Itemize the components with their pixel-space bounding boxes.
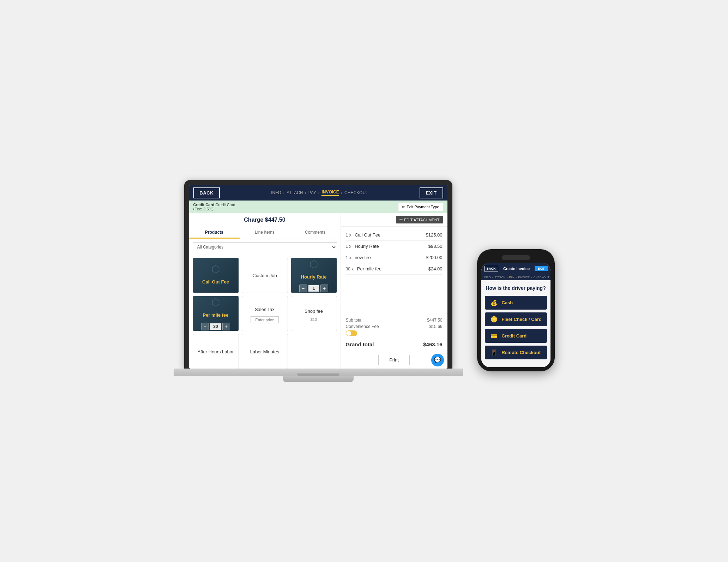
phone-question: How is the driver paying? [485, 285, 547, 291]
fleet-check-label: Fleet Check / Card [502, 317, 542, 322]
product-label: Hourly Rate [298, 271, 330, 282]
phone-screen: BACK Create Invoice EXIT INFO › ATTACH ›… [481, 263, 550, 367]
product-card-after-hours-labor[interactable]: After Hours Labor [193, 334, 239, 369]
nav-step-pay[interactable]: PAY [308, 190, 316, 195]
product-label: Sales Tax [252, 304, 277, 315]
tabs: Products Line Items Comments [189, 227, 341, 239]
tab-products[interactable]: Products [189, 227, 240, 239]
payment-info: Credit Card Credit Card (Fee: 3.5%) [193, 203, 235, 211]
nav-step-checkout[interactable]: CHECKOUT [344, 190, 368, 195]
payment-type-label: Credit Card [193, 203, 215, 207]
laptop-base [174, 369, 463, 376]
payment-option-cash[interactable]: 💰 Cash [485, 296, 547, 310]
phone-notch [481, 253, 550, 262]
charge-header: Charge $447.50 [189, 213, 341, 227]
payment-option-remote-checkout[interactable]: 📱 Remote Checkout [485, 346, 547, 359]
chat-fab[interactable]: 💬 [431, 354, 444, 366]
invoice-totals: Sub total $447.50 Convenience Fee $15.66 [341, 314, 447, 351]
product-label: Custom Job [249, 270, 279, 281]
product-label: Shop fee [302, 306, 326, 317]
invoice-item-per-mile-fee: 30 x Per mile fee $24.00 [346, 263, 443, 275]
payment-fee-label: (Fee: 3.5%) [193, 207, 213, 211]
left-panel: Charge $447.50 Products Line Items Comme… [189, 213, 341, 369]
product-label: After Hours Labor [195, 346, 237, 357]
product-icon: ⬡ [309, 258, 318, 270]
product-card-hourly-rate[interactable]: ⬡ Hourly Rate − 1 + [291, 258, 337, 293]
invoice-item-new-tire: 1 x new tire $200.00 [346, 252, 443, 263]
qty-decrement-hourly[interactable]: − [299, 285, 307, 292]
product-card-per-mile-fee[interactable]: ⬡ Per mile fee − 30 + [193, 296, 239, 331]
product-label: Per mile fee [200, 310, 231, 321]
invoice-item-hourly-rate: 1 x Hourly Rate $98.50 [346, 241, 443, 252]
qty-increment-hourly[interactable]: + [320, 285, 328, 292]
exit-button[interactable]: EXIT [420, 187, 443, 198]
qty-increment-per-mile[interactable]: + [222, 323, 230, 330]
shop-fee-value: $10 [311, 317, 317, 322]
credit-card-label: Credit Card [502, 333, 527, 339]
laptop-wrapper: BACK INFO › ATTACH › PAY › INVOICE › CHE… [174, 180, 463, 382]
laptop-stand [283, 376, 354, 382]
payment-option-fleet-check[interactable]: 🪙 Fleet Check / Card [485, 312, 547, 326]
phone-back-button[interactable]: BACK [484, 266, 498, 271]
phone-step-checkout: CHECKOUT [534, 276, 549, 279]
nav-step-attach[interactable]: ATTACH [287, 190, 303, 195]
sales-tax-input[interactable] [251, 316, 279, 323]
category-select[interactable]: All Categories [193, 242, 337, 252]
cash-icon: 💰 [490, 299, 498, 306]
qty-value-hourly: 1 [308, 285, 319, 292]
laptop-top-nav: BACK INFO › ATTACH › PAY › INVOICE › CHE… [189, 185, 447, 201]
product-label: Call Out Fee [199, 276, 232, 287]
phone-wrapper: BACK Create Invoice EXIT INFO › ATTACH ›… [477, 249, 555, 371]
phone-content: How is the driver paying? 💰 Cash 🪙 Fleet… [481, 280, 550, 367]
fleet-check-icon: 🪙 [490, 316, 498, 323]
remote-checkout-icon: 📱 [490, 349, 498, 356]
phone-breadcrumb: INFO › ATTACH › PAY › INVOICE › CHECKOUT [481, 275, 550, 280]
laptop-screen: BACK INFO › ATTACH › PAY › INVOICE › CHE… [189, 185, 447, 369]
subtotal-label: Sub total [346, 318, 362, 323]
qty-control-hourly: − 1 + [299, 285, 328, 292]
tab-comments[interactable]: Comments [290, 227, 341, 239]
payment-option-credit-card[interactable]: 💳 Credit Card [485, 329, 547, 343]
toggle-row [346, 330, 443, 336]
back-button[interactable]: BACK [193, 187, 220, 198]
invoice-items: 1 x Call Out Fee $125.00 1 x Hourly Rate [341, 227, 447, 314]
edit-attachment-label: EDIT ATTACHMENT [404, 218, 440, 222]
main-content: Charge $447.50 Products Line Items Comme… [189, 213, 447, 369]
nav-step-invoice[interactable]: INVOICE [321, 190, 339, 196]
credit-card-icon: 💳 [490, 333, 498, 339]
phone-step-pay: PAY [509, 276, 515, 279]
product-card-custom-job[interactable]: Custom Job [242, 258, 288, 293]
edit-icon: ✏ [399, 217, 403, 222]
product-icon: ⬡ [211, 297, 220, 308]
qty-decrement-per-mile[interactable]: − [201, 323, 209, 330]
subtotal-value: $447.50 [427, 318, 442, 323]
edit-payment-type-button[interactable]: ✏ Edit Payment Type [398, 203, 443, 211]
print-button[interactable]: Print [378, 355, 410, 365]
phone-exit-button[interactable]: EXIT [535, 266, 547, 271]
convenience-fee-label: Convenience Fee [346, 324, 379, 329]
scene: BACK INFO › ATTACH › PAY › INVOICE › CHE… [117, 180, 611, 382]
convenience-fee-value: $15.66 [429, 324, 443, 329]
nav-steps: INFO › ATTACH › PAY › INVOICE › CHECKOUT [271, 190, 368, 196]
convenience-fee-row: Convenience Fee $15.66 [346, 324, 443, 329]
cash-label: Cash [502, 300, 513, 305]
tab-line-items[interactable]: Line Items [240, 227, 290, 239]
phone-top-nav: BACK Create Invoice EXIT [481, 263, 550, 275]
product-card-labor-minutes[interactable]: Labor Minutes [242, 334, 288, 369]
convenience-fee-toggle[interactable] [346, 330, 357, 336]
products-grid: ⬡ Call Out Fee Custom Job ⬡ [189, 255, 341, 369]
product-card-sales-tax[interactable]: Sales Tax [242, 296, 288, 331]
qty-control-per-mile: − 30 + [201, 323, 230, 330]
payment-banner: Credit Card Credit Card (Fee: 3.5%) ✏ Ed… [189, 201, 447, 213]
grand-total-value: $463.16 [423, 341, 442, 347]
chat-icon: 💬 [434, 357, 441, 363]
invoice-item-call-out-fee: 1 x Call Out Fee $125.00 [346, 229, 443, 241]
grand-total-row: Grand total $463.16 [346, 339, 443, 347]
phone-nav-title: Create Invoice [503, 267, 530, 271]
edit-attachment-button[interactable]: ✏ EDIT ATTACHMENT [341, 213, 447, 227]
phone-step-invoice: INVOICE [518, 276, 530, 279]
product-card-call-out-fee[interactable]: ⬡ Call Out Fee [193, 258, 239, 293]
nav-step-info[interactable]: INFO [271, 190, 281, 195]
product-label: Labor Minutes [247, 346, 282, 357]
product-card-shop-fee[interactable]: Shop fee $10 [291, 296, 337, 331]
